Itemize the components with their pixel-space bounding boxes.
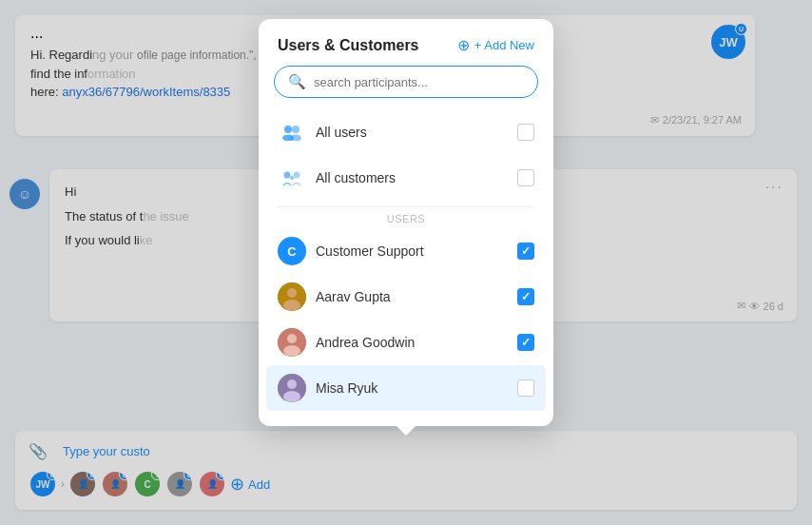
svg-point-0 bbox=[284, 126, 292, 133]
svg-point-14 bbox=[287, 379, 297, 389]
svg-point-4 bbox=[284, 172, 291, 179]
svg-point-12 bbox=[283, 345, 300, 357]
andrea-goodwin-checkbox[interactable] bbox=[517, 334, 534, 351]
all-users-icon bbox=[278, 118, 306, 146]
svg-point-11 bbox=[287, 334, 297, 343]
svg-point-15 bbox=[283, 391, 300, 402]
misa-ryuk-label: Misa Ryuk bbox=[316, 380, 508, 396]
customer-support-icon: C bbox=[278, 237, 306, 265]
aarav-gupta-photo bbox=[278, 282, 306, 311]
andrea-goodwin-item[interactable]: Andrea Goodwin bbox=[266, 320, 546, 365]
misa-ryuk-checkbox[interactable] bbox=[517, 379, 534, 397]
all-customers-icon bbox=[278, 164, 306, 192]
aarav-gupta-item[interactable]: Aarav Gupta bbox=[266, 274, 546, 320]
modal-title: Users & Customers bbox=[278, 37, 419, 54]
add-new-button[interactable]: ⊕ + Add New bbox=[457, 36, 534, 54]
customer-support-checkbox[interactable] bbox=[517, 243, 534, 260]
all-users-checkbox[interactable] bbox=[517, 124, 534, 141]
modal-overlay: Users & Customers ⊕ + Add New 🔍 bbox=[0, 0, 812, 525]
modal-container: Users & Customers ⊕ + Add New 🔍 bbox=[259, 19, 553, 436]
section-label: users bbox=[266, 213, 546, 224]
customer-support-label: Customer Support bbox=[316, 243, 508, 259]
svg-point-5 bbox=[294, 172, 300, 179]
andrea-goodwin-label: Andrea Goodwin bbox=[316, 335, 508, 350]
add-new-label: + Add New bbox=[474, 38, 534, 52]
user-list: All users All customers bbox=[259, 109, 553, 411]
all-users-label: All users bbox=[316, 125, 508, 140]
customer-support-item[interactable]: C Customer Support bbox=[266, 228, 546, 274]
modal-header: Users & Customers ⊕ + Add New bbox=[259, 19, 553, 66]
search-box[interactable]: 🔍 bbox=[274, 66, 538, 98]
all-users-item[interactable]: All users bbox=[266, 109, 546, 155]
misa-ryuk-item[interactable]: Misa Ryuk bbox=[266, 365, 546, 411]
search-icon: 🔍 bbox=[288, 73, 306, 90]
andrea-goodwin-photo bbox=[278, 328, 306, 357]
misa-ryuk-photo bbox=[278, 374, 306, 402]
aarav-gupta-checkbox[interactable] bbox=[517, 288, 534, 305]
svg-point-8 bbox=[287, 288, 297, 298]
aarav-gupta-label: Aarav Gupta bbox=[316, 289, 508, 304]
svg-point-1 bbox=[292, 126, 300, 133]
all-customers-item[interactable]: All customers bbox=[266, 155, 546, 201]
modal-tail bbox=[396, 426, 416, 436]
all-customers-label: All customers bbox=[316, 170, 508, 185]
all-customers-checkbox[interactable] bbox=[517, 169, 534, 186]
svg-point-9 bbox=[283, 300, 300, 311]
search-input[interactable] bbox=[314, 75, 524, 89]
svg-point-6 bbox=[290, 176, 294, 180]
divider bbox=[278, 206, 534, 207]
add-new-circle-icon: ⊕ bbox=[457, 36, 470, 54]
users-customers-modal: Users & Customers ⊕ + Add New 🔍 bbox=[259, 19, 553, 426]
